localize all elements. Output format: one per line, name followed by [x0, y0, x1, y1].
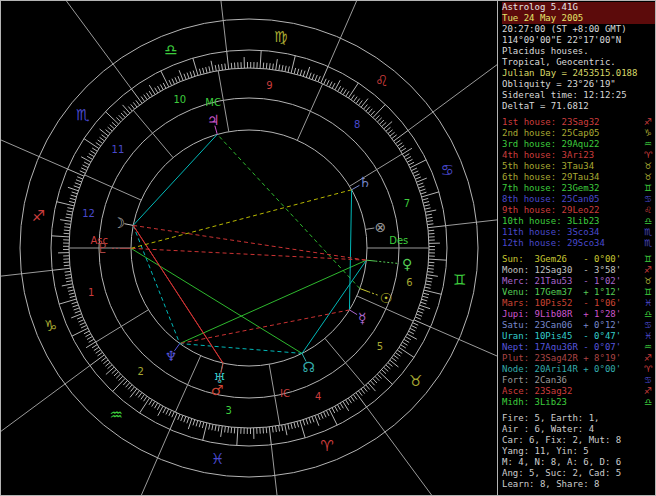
sign-leo-icon: ♌: [375, 72, 388, 90]
stat-line: Yang: 11, Yin: 5: [502, 446, 655, 457]
house-row-sign-icon: ♉: [644, 172, 652, 183]
house-row: 6th house: 29Tau34♉: [502, 172, 655, 183]
header-line: Tue 24 May 2005: [502, 13, 655, 24]
house-row-sign-icon: ♐: [644, 117, 652, 128]
planet-row: Venu: 17Gem37 + 1°12'♊: [502, 287, 655, 298]
planet-venu-icon: ♀: [402, 256, 412, 272]
house-number-6: 6: [406, 277, 412, 288]
planet-row-sign-icon: ♊: [644, 254, 652, 265]
header-line: Placidus houses.: [502, 46, 655, 57]
planet-row-sign-icon: ♒: [644, 342, 652, 353]
house-row-text: 10th house: 3Lib23: [502, 216, 600, 227]
house-row-text: 1st house: 23Sag32: [502, 117, 600, 128]
stat-line: Learn: 8, Share: 8: [502, 479, 655, 490]
planet-satu-icon: ♄: [358, 174, 371, 190]
house-row: 11th house: 3Sco34♏: [502, 227, 655, 238]
planet-row: Satu: 23Can06 + 0°12'♋: [502, 320, 655, 331]
planet-row-sign-icon: ♐: [644, 386, 652, 397]
house-row-sign-icon: ♑: [644, 128, 652, 139]
planet-row: Fort: 2Can36 ♋: [502, 375, 655, 386]
planet-node-icon: ☊: [303, 359, 315, 375]
house-row-sign-icon: ♒: [644, 139, 652, 150]
sign-scorpio-icon: ♏: [76, 106, 90, 124]
planet-row-sign-icon: ♊: [644, 287, 652, 298]
house-number-5: 5: [377, 341, 383, 352]
house-number-4: 4: [315, 391, 321, 402]
header-line: 114°09'00"E 22°17'00"N: [502, 35, 655, 46]
sign-capricorn-icon: ♑: [44, 317, 57, 335]
sign-cancer-icon: ♋: [440, 161, 453, 179]
planet-row-text: Uran: 10Pis45 - 0°47': [502, 331, 621, 342]
sign-pisces-icon: ♓: [211, 450, 224, 468]
planet-row: Node: 20Ari14R + 0°00'♈: [502, 364, 655, 375]
house-row: 5th house: 3Tau34♉: [502, 161, 655, 172]
house-row-text: 12th house: 29Sco34: [502, 238, 605, 249]
house-number-8: 8: [354, 119, 360, 130]
house-row: 9th house: 29Leo22♌: [502, 205, 655, 216]
house-row: 2nd house: 25Cap05♑: [502, 128, 655, 139]
angle-label-des: Des: [389, 235, 408, 246]
house-number-11: 11: [112, 144, 125, 155]
house-row-text: 3rd house: 29Aqu22: [502, 139, 600, 150]
planet-row: Jupi: 9Lib08R + 1°28'♎: [502, 309, 655, 320]
house-number-9: 9: [266, 80, 272, 91]
planet-row: Uran: 10Pis45 - 0°47'♓: [502, 331, 655, 342]
planet-mars-icon: ♂: [211, 382, 224, 398]
planet-row-sign-icon: ♈: [644, 364, 652, 375]
planet-row-sign-icon: ♎: [644, 309, 652, 320]
header-line: Sidereal time: 12:12:25: [502, 90, 655, 101]
house-row-text: 2nd house: 25Cap05: [502, 128, 600, 139]
house-row-sign-icon: ♊: [644, 183, 652, 194]
planet-row-text: Asce: 23Sag32: [502, 386, 583, 397]
planet-row: Moon: 12Sag30 - 3°58'♐: [502, 265, 655, 276]
planet-row-text: Merc: 21Tau53 - 1°02': [502, 276, 621, 287]
house-row: 7th house: 23Gem32♊: [502, 183, 655, 194]
angle-label-mc: MC: [205, 97, 221, 108]
house-row-sign-icon: ♏: [644, 227, 652, 238]
planet-row: Asce: 23Sag32 ♐: [502, 386, 655, 397]
house-row: 12th house: 29Sco34♏: [502, 238, 655, 249]
chart-info-header: Astrolog 5.41GTue 24 May 200520:27:00 (S…: [502, 2, 655, 112]
angle-labels: AscDesMCIC: [90, 97, 408, 399]
stat-line: Car: 6, Fix: 2, Mut: 8: [502, 435, 655, 446]
angle-label-ic: IC: [280, 388, 290, 399]
planet-row-sign-icon: ♉: [644, 276, 652, 287]
house-row-text: 7th house: 23Gem32: [502, 183, 600, 194]
house-number-7: 7: [404, 198, 410, 209]
planet-row-text: Moon: 12Sag30 - 3°58': [502, 265, 621, 276]
planet-row-text: Mars: 10Pis52 - 1°06': [502, 298, 621, 309]
planet-row-text: Fort: 2Can36: [502, 375, 583, 386]
house-number-1: 1: [88, 287, 94, 298]
planet-row-text: Satu: 23Can06 + 0°12': [502, 320, 621, 331]
house-number-2: 2: [138, 366, 144, 377]
planet-row: Plut: 23Sag42R + 8°19'♐: [502, 353, 655, 364]
planet-row-text: Plut: 23Sag42R + 8°19': [502, 353, 621, 364]
header-line: Obliquity = 23°26'19": [502, 79, 655, 90]
house-row-sign-icon: ♏: [644, 238, 652, 249]
house-number-10: 10: [173, 94, 186, 105]
stat-line: M: 4, N: 8, A: 6, D: 6: [502, 457, 655, 468]
planet-row-text: Jupi: 9Lib08R + 1°28': [502, 309, 621, 320]
planet-row-text: Nept: 17Aqu36R - 0°07': [502, 342, 621, 353]
house-number-12: 12: [82, 208, 95, 219]
house-number-3: 3: [225, 405, 231, 416]
planet-row-sign-icon: ♐: [644, 353, 652, 364]
planet-row-sign-icon: ♓: [644, 331, 652, 342]
planet-row: Merc: 21Tau53 - 1°02'♉: [502, 276, 655, 287]
houses-list: 1st house: 23Sag32♐2nd house: 25Cap05♑3r…: [502, 117, 655, 249]
sign-virgo-icon: ♍: [274, 28, 287, 46]
sign-libra-icon: ♎: [164, 41, 177, 59]
header-line: DeltaT = 71.6812: [502, 101, 655, 112]
planet-row-sign-icon: ♎: [644, 397, 652, 408]
house-row-text: 6th house: 29Tau34: [502, 172, 600, 183]
planet-moon-icon: ☽: [112, 215, 125, 231]
house-row-text: 8th house: 25Can05: [502, 194, 600, 205]
house-row: 8th house: 25Can05♋: [502, 194, 655, 205]
house-row-text: 11th house: 3Sco34: [502, 227, 600, 238]
sign-gemini-icon: ♊: [453, 271, 466, 289]
house-row: 3rd house: 29Aqu22♒: [502, 139, 655, 150]
stat-line: Fire: 5, Earth: 1,: [502, 413, 655, 424]
planet-fort-icon: ⊗: [374, 219, 386, 235]
header-line: Julian Day = 2453515.0188: [502, 68, 655, 79]
planet-row: Mars: 10Pis52 - 1°06'♓: [502, 298, 655, 309]
